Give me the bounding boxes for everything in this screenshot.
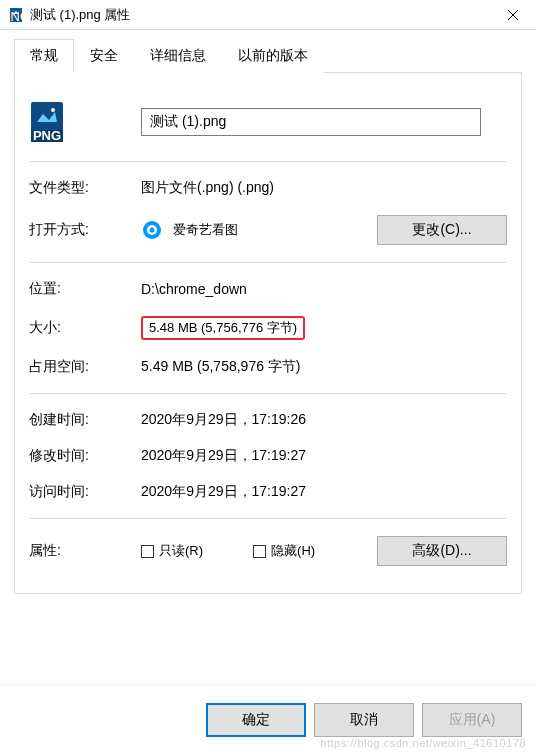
window-title: 测试 (1).png 属性 [30, 6, 490, 24]
svg-text:PNG: PNG [33, 128, 61, 143]
openwith-app-name: 爱奇艺看图 [173, 221, 238, 239]
png-file-icon: PNG [29, 100, 65, 144]
size-value-highlighted: 5.48 MB (5,756,776 字节) [141, 316, 305, 340]
attributes-label: 属性: [29, 542, 141, 560]
app-icon [141, 219, 163, 241]
openwith-row: 打开方式: 爱奇艺看图 更改(C)... [29, 206, 507, 254]
content-area: 常规 安全 详细信息 以前的版本 PNG 文件类型: 图片文件(.png) (.… [0, 30, 536, 594]
ok-button[interactable]: 确定 [206, 703, 306, 737]
filename-row: PNG [29, 91, 507, 153]
openwith-label: 打开方式: [29, 221, 141, 239]
tab-security[interactable]: 安全 [74, 39, 134, 73]
apply-button[interactable]: 应用(A) [422, 703, 522, 737]
accessed-label: 访问时间: [29, 483, 141, 501]
created-value: 2020年9月29日，17:19:26 [141, 411, 507, 429]
hidden-checkbox[interactable] [253, 545, 266, 558]
sizeondisk-label: 占用空间: [29, 358, 141, 376]
svg-point-12 [150, 228, 155, 233]
modified-value: 2020年9月29日，17:19:27 [141, 447, 507, 465]
close-button[interactable] [490, 0, 536, 30]
titlebar: PNG 测试 (1).png 属性 [0, 0, 536, 30]
location-row: 位置: D:\chrome_down [29, 271, 507, 307]
sizeondisk-value: 5.49 MB (5,758,976 字节) [141, 358, 507, 376]
modified-row: 修改时间: 2020年9月29日，17:19:27 [29, 438, 507, 474]
accessed-value: 2020年9月29日，17:19:27 [141, 483, 507, 501]
readonly-label: 只读(R) [159, 542, 203, 560]
tab-details[interactable]: 详细信息 [134, 39, 222, 73]
created-label: 创建时间: [29, 411, 141, 429]
divider [29, 161, 507, 162]
accessed-row: 访问时间: 2020年9月29日，17:19:27 [29, 474, 507, 510]
dialog-footer: 确定 取消 应用(A) [0, 684, 536, 755]
png-file-icon-small: PNG [8, 7, 24, 23]
hidden-label: 隐藏(H) [271, 542, 315, 560]
readonly-checkbox[interactable] [141, 545, 154, 558]
size-row: 大小: 5.48 MB (5,756,776 字节) [29, 307, 507, 349]
change-button[interactable]: 更改(C)... [377, 215, 507, 245]
divider [29, 262, 507, 263]
attributes-row: 属性: 只读(R) 隐藏(H) 高级(D)... [29, 527, 507, 575]
readonly-checkbox-item[interactable]: 只读(R) [141, 542, 203, 560]
divider [29, 393, 507, 394]
cancel-button[interactable]: 取消 [314, 703, 414, 737]
filename-input[interactable] [141, 108, 481, 136]
sizeondisk-row: 占用空间: 5.49 MB (5,758,976 字节) [29, 349, 507, 385]
filetype-row: 文件类型: 图片文件(.png) (.png) [29, 170, 507, 206]
tab-previous-versions[interactable]: 以前的版本 [222, 39, 324, 73]
modified-label: 修改时间: [29, 447, 141, 465]
svg-point-6 [51, 108, 55, 112]
advanced-button[interactable]: 高级(D)... [377, 536, 507, 566]
created-row: 创建时间: 2020年9月29日，17:19:26 [29, 402, 507, 438]
tabs: 常规 安全 详细信息 以前的版本 [14, 38, 522, 73]
general-panel: PNG 文件类型: 图片文件(.png) (.png) 打开方式: 爱奇艺看图 … [14, 73, 522, 594]
size-label: 大小: [29, 319, 141, 337]
hidden-checkbox-item[interactable]: 隐藏(H) [253, 542, 315, 560]
divider [29, 518, 507, 519]
location-value: D:\chrome_down [141, 281, 507, 297]
filetype-label: 文件类型: [29, 179, 141, 197]
filetype-value: 图片文件(.png) (.png) [141, 179, 507, 197]
tab-general[interactable]: 常规 [14, 39, 74, 73]
location-label: 位置: [29, 280, 141, 298]
